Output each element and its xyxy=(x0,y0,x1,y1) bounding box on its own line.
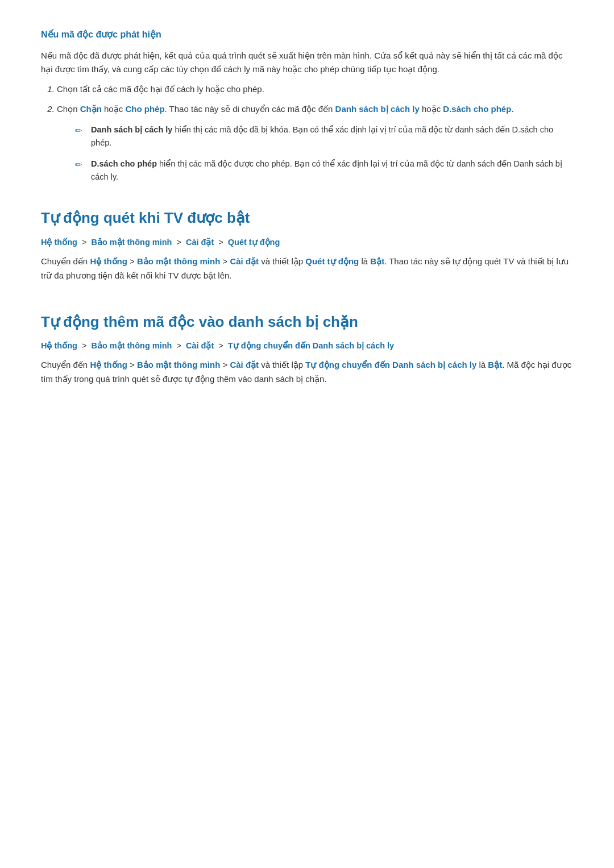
section3-breadcrumb: Hệ thống > Bảo mật thông minh > Cài đặt … xyxy=(41,339,573,352)
section2-heading: Tự động quét khi TV được bật xyxy=(41,206,573,230)
step1: Chọn tất cả các mã độc hại để cách ly ho… xyxy=(57,82,573,97)
note1: Danh sách bị cách ly hiển thị các mã độc… xyxy=(75,123,573,149)
step2: Chọn Chặn hoặc Cho phép. Thao tác này sẽ… xyxy=(57,102,573,117)
section3-heading: Tự động thêm mã độc vào danh sách bị chặ… xyxy=(41,310,573,334)
section2-breadcrumb: Hệ thống > Bảo mật thông minh > Cài đặt … xyxy=(41,236,573,249)
section-malware-detected: Nếu mã độc được phát hiện Nếu mã độc đã … xyxy=(41,27,573,184)
section-auto-scan: Tự động quét khi TV được bật Hệ thống > … xyxy=(41,206,573,283)
note2: D.sách cho phép hiển thị các mã độc được… xyxy=(75,157,573,184)
section-auto-add-blocked: Tự động thêm mã độc vào danh sách bị chặ… xyxy=(41,310,573,387)
section3-body: Chuyển đến Hệ thống > Bảo mật thông minh… xyxy=(41,358,573,387)
section1-notes: Danh sách bị cách ly hiển thị các mã độc… xyxy=(75,123,573,184)
section2-body: Chuyển đến Hệ thống > Bảo mật thông minh… xyxy=(41,255,573,283)
section1-steps: Chọn tất cả các mã độc hại để cách ly ho… xyxy=(57,82,573,117)
section1-intro: Nếu mã độc đã được phát hiện, kết quả củ… xyxy=(41,49,573,77)
section1-heading: Nếu mã độc được phát hiện xyxy=(41,27,573,42)
